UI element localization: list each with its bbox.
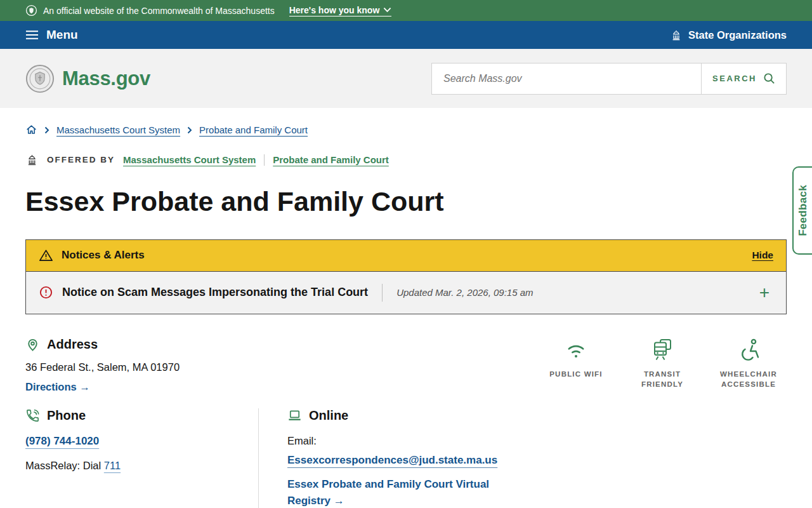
divider <box>382 284 383 302</box>
state-seal-icon <box>25 4 37 17</box>
divider <box>264 154 265 166</box>
main-content: Massachusetts Court System Probate and F… <box>0 124 812 508</box>
search-icon <box>763 72 775 84</box>
expand-notice-button[interactable]: + <box>756 283 773 302</box>
feedback-tab[interactable]: Feedback <box>792 166 812 255</box>
breadcrumb-probate-family[interactable]: Probate and Family Court <box>199 124 308 135</box>
chevron-right-icon <box>187 126 192 134</box>
phone-heading: Phone <box>47 408 86 423</box>
phone-number-link[interactable]: (978) 744-1020 <box>25 435 99 448</box>
primary-nav: Menu State Organizations <box>0 21 812 49</box>
massrelay-text: MassRelay: Dial <box>25 460 101 471</box>
phone-section: Phone (978) 744-1020 MassRelay: Dial 711 <box>25 408 258 508</box>
massgov-logo-text: Mass.gov <box>62 67 150 90</box>
amenities: PUBLIC WIFI TRANSIT FRIENDLY <box>538 337 787 390</box>
wifi-icon <box>562 337 590 363</box>
notice-title: Notice on Scam Messages Impersonating th… <box>62 286 368 299</box>
address-heading: Address <box>47 337 98 352</box>
alert-notice-row[interactable]: Notice on Scam Messages Impersonating th… <box>26 271 786 314</box>
online-section: Online Email: Essexcorrespondences@jud.s… <box>259 408 586 508</box>
notice-updated-timestamp: Updated Mar. 2, 2026, 09:15 am <box>396 287 533 298</box>
massrelay-line: MassRelay: Dial 711 <box>25 460 258 472</box>
site-header: Mass.gov SEARCH <box>0 49 812 108</box>
phone-icon <box>25 408 40 423</box>
search-input[interactable] <box>432 64 701 94</box>
capitol-icon <box>670 29 683 41</box>
massgov-seal-icon <box>25 64 55 93</box>
warning-triangle-icon <box>39 248 53 263</box>
breadcrumb-court-system[interactable]: Massachusetts Court System <box>56 124 180 135</box>
official-banner: An official website of the Commonwealth … <box>0 0 812 21</box>
online-heading: Online <box>309 408 348 423</box>
chevron-down-icon <box>383 7 391 13</box>
alerts-header: Notices & Alerts Hide <box>26 240 786 271</box>
offered-by-label: OFFERED BY <box>47 155 115 164</box>
site-search: SEARCH <box>431 63 787 95</box>
breadcrumb-home-link[interactable] <box>25 124 37 136</box>
amenity-label: PUBLIC WIFI <box>549 369 602 380</box>
virtual-registry-link[interactable]: Essex Probate and Family Court Virtual R… <box>287 476 490 508</box>
state-organizations-link[interactable]: State Organizations <box>670 29 787 41</box>
contact-columns: Phone (978) 744-1020 MassRelay: Dial 711… <box>25 408 787 508</box>
hide-alerts-link[interactable]: Hide <box>752 250 773 261</box>
feedback-label: Feedback <box>797 185 809 236</box>
heres-how-you-know-link[interactable]: Here's how you know <box>289 5 392 17</box>
massgov-logo[interactable]: Mass.gov <box>25 64 150 93</box>
directions-link[interactable]: Directions → <box>25 381 90 393</box>
menu-button[interactable]: Menu <box>25 28 78 42</box>
offered-by-probate-family-link[interactable]: Probate and Family Court <box>273 154 389 165</box>
transit-icon <box>649 337 676 363</box>
wheelchair-icon <box>735 337 762 363</box>
massrelay-711-link[interactable]: 711 <box>104 460 121 471</box>
amenity-label: TRANSIT FRIENDLY <box>624 369 700 390</box>
address-section: Address 36 Federal St., Salem, MA 01970 … <box>25 337 787 393</box>
home-icon <box>25 124 37 136</box>
laptop-icon <box>287 408 302 423</box>
search-button[interactable]: SEARCH <box>701 64 786 94</box>
offered-by: OFFERED BY Massachusetts Court System Pr… <box>25 153 787 166</box>
breadcrumb: Massachusetts Court System Probate and F… <box>25 124 787 136</box>
chevron-right-icon <box>44 126 49 134</box>
amenity-public-wifi: PUBLIC WIFI <box>538 337 614 390</box>
alerts-title: Notices & Alerts <box>62 249 145 262</box>
error-circle-icon <box>39 285 53 300</box>
email-link[interactable]: Essexcorrespondences@jud.state.ma.us <box>287 454 497 467</box>
page-title: Essex Probate and Family Court <box>25 185 787 218</box>
address-text: 36 Federal St., Salem, MA 01970 <box>25 361 180 373</box>
amenity-transit-friendly: TRANSIT FRIENDLY <box>624 337 700 390</box>
map-pin-icon <box>25 337 40 352</box>
capitol-icon <box>25 153 39 166</box>
hamburger-icon <box>25 30 39 40</box>
notices-alerts-box: Notices & Alerts Hide Notice on Scam Mes… <box>25 239 787 314</box>
amenity-wheelchair-accessible: WHEELCHAIR ACCESSIBLE <box>710 337 787 390</box>
offered-by-court-system-link[interactable]: Massachusetts Court System <box>123 154 256 165</box>
email-label: Email: <box>287 435 586 447</box>
address-block: Address 36 Federal St., Salem, MA 01970 … <box>25 337 180 393</box>
amenity-label: WHEELCHAIR ACCESSIBLE <box>710 369 787 390</box>
official-banner-text: An official website of the Commonwealth … <box>43 6 275 16</box>
